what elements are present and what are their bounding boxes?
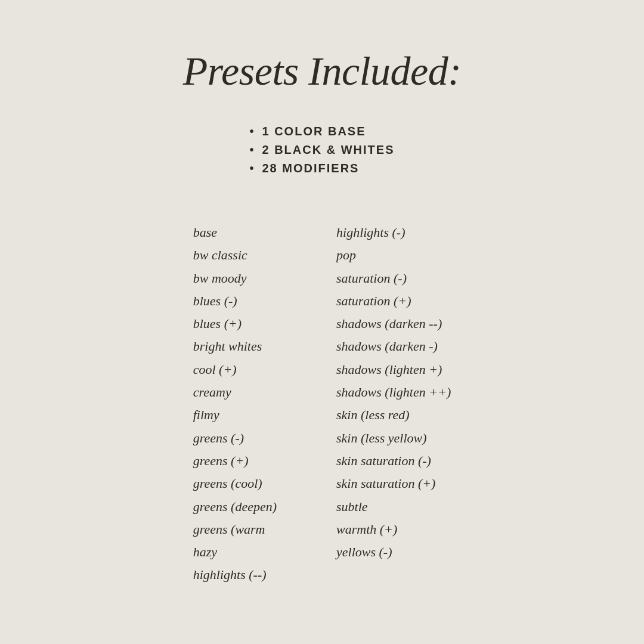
- preset-item: creamy: [193, 382, 277, 403]
- bullet-item: 2 BLACK & WHITES: [249, 143, 394, 157]
- preset-item: saturation (-): [336, 268, 451, 289]
- preset-item: highlights (--): [193, 564, 277, 586]
- preset-item: base: [193, 222, 277, 243]
- left-column: basebw classicbw moodyblues (-)blues (+)…: [193, 222, 277, 586]
- preset-item: shadows (lighten ++): [336, 382, 451, 403]
- preset-item: greens (cool): [193, 473, 277, 494]
- preset-item: yellows (-): [336, 541, 451, 563]
- preset-item: greens (deepen): [193, 496, 277, 518]
- preset-item: skin saturation (-): [336, 450, 451, 472]
- preset-item: skin (less red): [336, 404, 451, 426]
- preset-item: shadows (darken --): [336, 313, 451, 335]
- preset-item: skin (less yellow): [336, 428, 451, 449]
- preset-item: warmth (+): [336, 519, 451, 540]
- preset-item: greens (warm: [193, 519, 277, 540]
- page-container: Presets Included: 1 COLOR BASE2 BLACK & …: [0, 0, 644, 644]
- preset-item: subtle: [336, 496, 451, 518]
- preset-item: greens (+): [193, 450, 277, 472]
- preset-item: pop: [336, 244, 451, 266]
- bullet-list: 1 COLOR BASE2 BLACK & WHITES28 MODIFIERS: [249, 125, 394, 180]
- preset-item: cool (+): [193, 359, 277, 380]
- preset-item: greens (-): [193, 428, 277, 449]
- preset-item: blues (+): [193, 313, 277, 335]
- preset-item: bw moody: [193, 268, 277, 289]
- page-title: Presets Included:: [183, 48, 462, 95]
- bullet-item: 28 MODIFIERS: [249, 162, 394, 175]
- preset-item: bright whites: [193, 336, 277, 357]
- preset-item: hazy: [193, 541, 277, 563]
- bullet-item: 1 COLOR BASE: [249, 125, 394, 138]
- presets-grid: basebw classicbw moodyblues (-)blues (+)…: [193, 222, 451, 586]
- preset-item: saturation (+): [336, 290, 451, 312]
- preset-item: bw classic: [193, 244, 277, 266]
- preset-item: shadows (darken -): [336, 336, 451, 357]
- preset-item: highlights (-): [336, 222, 451, 243]
- preset-item: shadows (lighten +): [336, 359, 451, 380]
- preset-item: filmy: [193, 404, 277, 426]
- preset-item: blues (-): [193, 290, 277, 312]
- right-column: highlights (-)popsaturation (-)saturatio…: [336, 222, 451, 586]
- preset-item: skin saturation (+): [336, 473, 451, 494]
